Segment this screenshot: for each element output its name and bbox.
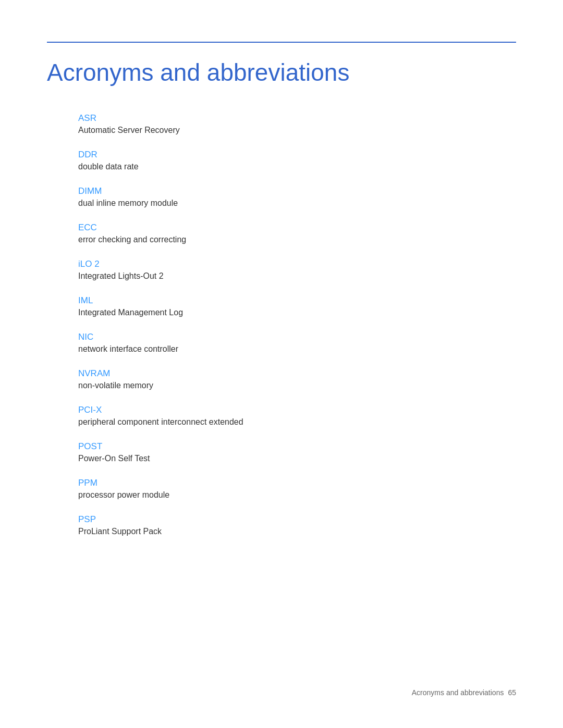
acronym-term: POST — [78, 441, 516, 452]
acronym-entry: IMLIntegrated Management Log — [78, 295, 516, 317]
footer-page-number: 65 — [508, 688, 516, 697]
footer-text: Acronyms and abbreviations — [412, 688, 504, 697]
acronym-term: PSP — [78, 514, 516, 525]
acronym-definition: Power-On Self Test — [78, 454, 516, 463]
top-rule — [47, 42, 516, 43]
acronym-definition: network interface controller — [78, 344, 516, 354]
acronym-definition: non-volatile memory — [78, 381, 516, 390]
acronym-term: ECC — [78, 223, 516, 233]
acronym-definition: double data rate — [78, 162, 516, 171]
page-title: Acronyms and abbreviations — [47, 58, 516, 87]
acronym-term: IML — [78, 295, 516, 306]
acronym-list: ASRAutomatic Server RecoveryDDRdouble da… — [78, 113, 516, 536]
acronym-entry: iLO 2Integrated Lights-Out 2 — [78, 259, 516, 281]
acronym-term: NVRAM — [78, 368, 516, 379]
acronym-entry: ASRAutomatic Server Recovery — [78, 113, 516, 135]
acronym-term: DDR — [78, 150, 516, 160]
acronym-definition: Integrated Lights-Out 2 — [78, 272, 516, 281]
acronym-entry: NVRAMnon-volatile memory — [78, 368, 516, 390]
acronym-definition: error checking and correcting — [78, 235, 516, 244]
page-footer: Acronyms and abbreviations 65 — [412, 688, 516, 697]
acronym-term: PPM — [78, 478, 516, 488]
acronym-definition: dual inline memory module — [78, 199, 516, 208]
acronym-entry: PSPProLiant Support Pack — [78, 514, 516, 536]
acronym-entry: NICnetwork interface controller — [78, 332, 516, 354]
acronym-term: ASR — [78, 113, 516, 124]
acronym-term: PCI-X — [78, 405, 516, 415]
acronym-definition: Automatic Server Recovery — [78, 126, 516, 135]
acronym-definition: peripheral component interconnect extend… — [78, 417, 516, 427]
acronym-term: iLO 2 — [78, 259, 516, 269]
acronym-entry: PPMprocessor power module — [78, 478, 516, 500]
acronym-term: DIMM — [78, 186, 516, 196]
acronym-entry: POSTPower-On Self Test — [78, 441, 516, 463]
page-container: Acronyms and abbreviations ASRAutomatic … — [0, 0, 563, 593]
acronym-definition: ProLiant Support Pack — [78, 527, 516, 536]
acronym-entry: DIMMdual inline memory module — [78, 186, 516, 208]
acronym-entry: ECCerror checking and correcting — [78, 223, 516, 244]
acronym-definition: Integrated Management Log — [78, 308, 516, 317]
acronym-definition: processor power module — [78, 490, 516, 500]
acronym-term: NIC — [78, 332, 516, 342]
acronym-entry: PCI-Xperipheral component interconnect e… — [78, 405, 516, 427]
acronym-entry: DDRdouble data rate — [78, 150, 516, 171]
